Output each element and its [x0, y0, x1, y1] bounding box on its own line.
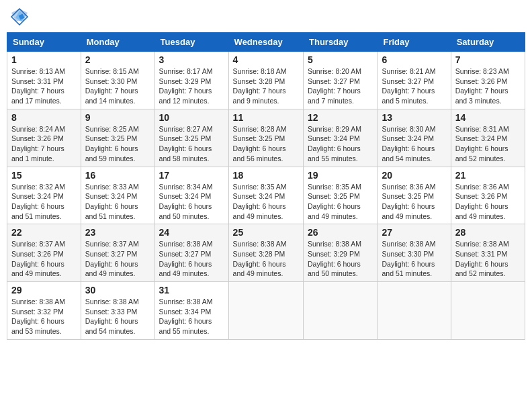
day-info: Sunrise: 8:38 AM Sunset: 3:27 PM Dayligh… — [159, 239, 224, 279]
day-number: 12 — [308, 112, 373, 123]
day-number: 26 — [308, 227, 373, 238]
day-cell: 11 Sunrise: 8:28 AM Sunset: 3:25 PM Dayl… — [228, 109, 303, 167]
day-info: Sunrise: 8:17 AM Sunset: 3:29 PM Dayligh… — [159, 66, 224, 106]
day-info: Sunrise: 8:27 AM Sunset: 3:25 PM Dayligh… — [159, 124, 224, 164]
day-cell: 9 Sunrise: 8:25 AM Sunset: 3:25 PM Dayli… — [81, 109, 154, 167]
day-cell — [228, 282, 303, 340]
day-info: Sunrise: 8:37 AM Sunset: 3:27 PM Dayligh… — [85, 239, 150, 279]
day-cell: 12 Sunrise: 8:29 AM Sunset: 3:24 PM Dayl… — [304, 109, 378, 167]
day-info: Sunrise: 8:31 AM Sunset: 3:24 PM Dayligh… — [455, 124, 521, 164]
day-info: Sunrise: 8:30 AM Sunset: 3:24 PM Dayligh… — [382, 124, 446, 164]
day-info: Sunrise: 8:38 AM Sunset: 3:28 PM Dayligh… — [233, 239, 299, 279]
day-info: Sunrise: 8:28 AM Sunset: 3:25 PM Dayligh… — [233, 124, 299, 164]
day-number: 13 — [382, 112, 446, 123]
day-cell: 21 Sunrise: 8:36 AM Sunset: 3:26 PM Dayl… — [451, 167, 525, 224]
day-cell: 30 Sunrise: 8:38 AM Sunset: 3:33 PM Dayl… — [81, 282, 154, 340]
day-info: Sunrise: 8:38 AM Sunset: 3:33 PM Dayligh… — [85, 297, 150, 336]
day-number: 27 — [382, 227, 446, 238]
day-cell: 27 Sunrise: 8:38 AM Sunset: 3:30 PM Dayl… — [378, 224, 451, 282]
week-row-5: 29 Sunrise: 8:38 AM Sunset: 3:32 PM Dayl… — [7, 282, 525, 340]
day-info: Sunrise: 8:38 AM Sunset: 3:32 PM Dayligh… — [11, 297, 77, 336]
day-number: 15 — [11, 170, 77, 181]
weekday-header-thursday: Thursday — [304, 33, 378, 52]
day-number: 29 — [11, 285, 77, 295]
day-number: 1 — [11, 54, 77, 65]
day-cell: 26 Sunrise: 8:38 AM Sunset: 3:29 PM Dayl… — [304, 224, 378, 282]
day-number: 28 — [455, 227, 521, 238]
day-number: 31 — [159, 285, 224, 295]
day-cell: 22 Sunrise: 8:37 AM Sunset: 3:26 PM Dayl… — [7, 224, 81, 282]
day-number: 3 — [159, 54, 224, 65]
day-cell: 10 Sunrise: 8:27 AM Sunset: 3:25 PM Dayl… — [154, 109, 228, 167]
weekday-header-saturday: Saturday — [451, 33, 525, 52]
day-info: Sunrise: 8:29 AM Sunset: 3:24 PM Dayligh… — [308, 124, 373, 164]
weekday-header-friday: Friday — [378, 33, 451, 52]
day-cell: 19 Sunrise: 8:35 AM Sunset: 3:25 PM Dayl… — [304, 167, 378, 224]
day-info: Sunrise: 8:36 AM Sunset: 3:26 PM Dayligh… — [455, 182, 521, 222]
day-cell: 13 Sunrise: 8:30 AM Sunset: 3:24 PM Dayl… — [378, 109, 451, 167]
day-info: Sunrise: 8:25 AM Sunset: 3:25 PM Dayligh… — [85, 124, 150, 164]
day-info: Sunrise: 8:38 AM Sunset: 3:31 PM Dayligh… — [455, 239, 521, 279]
weekday-header-wednesday: Wednesday — [228, 33, 303, 52]
day-number: 17 — [159, 170, 224, 181]
calendar: SundayMondayTuesdayWednesdayThursdayFrid… — [7, 32, 525, 340]
day-info: Sunrise: 8:32 AM Sunset: 3:24 PM Dayligh… — [11, 182, 77, 222]
day-number: 11 — [233, 112, 299, 123]
day-cell: 16 Sunrise: 8:33 AM Sunset: 3:24 PM Dayl… — [81, 167, 154, 224]
day-number: 5 — [308, 54, 373, 65]
day-info: Sunrise: 8:24 AM Sunset: 3:26 PM Dayligh… — [11, 124, 77, 164]
week-row-1: 1 Sunrise: 8:13 AM Sunset: 3:31 PM Dayli… — [7, 52, 525, 109]
logo — [9, 7, 32, 27]
day-number: 19 — [308, 170, 373, 181]
day-number: 30 — [85, 285, 150, 295]
day-number: 16 — [85, 170, 150, 181]
day-cell — [451, 282, 525, 340]
day-info: Sunrise: 8:21 AM Sunset: 3:27 PM Dayligh… — [382, 66, 446, 106]
day-cell: 4 Sunrise: 8:18 AM Sunset: 3:28 PM Dayli… — [228, 52, 303, 109]
day-info: Sunrise: 8:13 AM Sunset: 3:31 PM Dayligh… — [11, 66, 77, 106]
day-cell: 8 Sunrise: 8:24 AM Sunset: 3:26 PM Dayli… — [7, 109, 81, 167]
day-number: 22 — [11, 227, 77, 238]
day-info: Sunrise: 8:33 AM Sunset: 3:24 PM Dayligh… — [85, 182, 150, 222]
day-cell: 17 Sunrise: 8:34 AM Sunset: 3:24 PM Dayl… — [154, 167, 228, 224]
week-row-3: 15 Sunrise: 8:32 AM Sunset: 3:24 PM Dayl… — [7, 167, 525, 224]
day-cell: 1 Sunrise: 8:13 AM Sunset: 3:31 PM Dayli… — [7, 52, 81, 109]
day-cell: 23 Sunrise: 8:37 AM Sunset: 3:27 PM Dayl… — [81, 224, 154, 282]
day-info: Sunrise: 8:34 AM Sunset: 3:24 PM Dayligh… — [159, 182, 224, 222]
day-number: 2 — [85, 54, 150, 65]
week-row-2: 8 Sunrise: 8:24 AM Sunset: 3:26 PM Dayli… — [7, 109, 525, 167]
day-number: 24 — [159, 227, 224, 238]
day-number: 14 — [455, 112, 521, 123]
header — [7, 7, 525, 27]
day-number: 7 — [455, 54, 521, 65]
weekday-header-tuesday: Tuesday — [154, 33, 228, 52]
day-number: 23 — [85, 227, 150, 238]
day-info: Sunrise: 8:38 AM Sunset: 3:34 PM Dayligh… — [159, 297, 224, 336]
day-cell: 15 Sunrise: 8:32 AM Sunset: 3:24 PM Dayl… — [7, 167, 81, 224]
day-number: 4 — [233, 54, 299, 65]
day-cell: 25 Sunrise: 8:38 AM Sunset: 3:28 PM Dayl… — [228, 224, 303, 282]
weekday-header-monday: Monday — [81, 33, 154, 52]
day-cell: 29 Sunrise: 8:38 AM Sunset: 3:32 PM Dayl… — [7, 282, 81, 340]
day-number: 21 — [455, 170, 521, 181]
day-cell: 14 Sunrise: 8:31 AM Sunset: 3:24 PM Dayl… — [451, 109, 525, 167]
day-number: 18 — [233, 170, 299, 181]
day-number: 25 — [233, 227, 299, 238]
day-info: Sunrise: 8:38 AM Sunset: 3:29 PM Dayligh… — [308, 239, 373, 279]
day-number: 8 — [11, 112, 77, 123]
day-info: Sunrise: 8:36 AM Sunset: 3:25 PM Dayligh… — [382, 182, 446, 222]
day-cell: 20 Sunrise: 8:36 AM Sunset: 3:25 PM Dayl… — [378, 167, 451, 224]
day-info: Sunrise: 8:37 AM Sunset: 3:26 PM Dayligh… — [11, 239, 77, 279]
day-info: Sunrise: 8:35 AM Sunset: 3:25 PM Dayligh… — [308, 182, 373, 222]
day-info: Sunrise: 8:15 AM Sunset: 3:30 PM Dayligh… — [85, 66, 150, 106]
day-cell — [378, 282, 451, 340]
day-cell: 6 Sunrise: 8:21 AM Sunset: 3:27 PM Dayli… — [378, 52, 451, 109]
day-info: Sunrise: 8:38 AM Sunset: 3:30 PM Dayligh… — [382, 239, 446, 279]
day-info: Sunrise: 8:18 AM Sunset: 3:28 PM Dayligh… — [233, 66, 299, 106]
day-cell: 7 Sunrise: 8:23 AM Sunset: 3:26 PM Dayli… — [451, 52, 525, 109]
day-cell: 2 Sunrise: 8:15 AM Sunset: 3:30 PM Dayli… — [81, 52, 154, 109]
day-number: 9 — [85, 112, 150, 123]
day-cell: 28 Sunrise: 8:38 AM Sunset: 3:31 PM Dayl… — [451, 224, 525, 282]
day-number: 20 — [382, 170, 446, 181]
day-cell: 18 Sunrise: 8:35 AM Sunset: 3:24 PM Dayl… — [228, 167, 303, 224]
